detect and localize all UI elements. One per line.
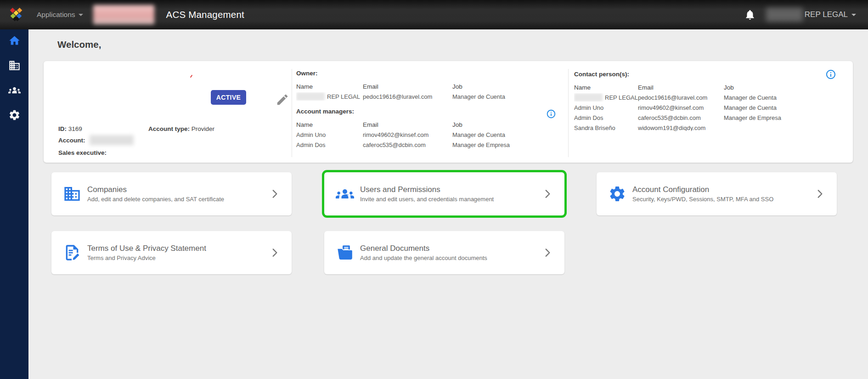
table-cell-job: Manager de Empresa bbox=[724, 114, 844, 121]
account-name-field: Account: bbox=[58, 137, 85, 144]
owner-table: Name Email Job REP LEGAL pedoc19616@lura… bbox=[296, 81, 567, 102]
nav-card-companies[interactable]: Companies Add, edit and delete companies… bbox=[51, 172, 292, 215]
nav-card-terms-privacy[interactable]: Terms of Use & Privacy Statement Terms a… bbox=[51, 231, 292, 274]
table-row: Admin Uno rimov49602@kinsef.com Manager … bbox=[296, 130, 567, 140]
sidebar-item-settings[interactable] bbox=[8, 108, 21, 121]
folder-icon bbox=[336, 243, 354, 262]
nav-card-text: Users and Permissions Invite and edit us… bbox=[360, 185, 494, 203]
column-header: Job bbox=[724, 84, 844, 91]
table-row: REP LEGAL pedoc19616@luravel.com Manager… bbox=[296, 91, 567, 102]
edit-account-button[interactable] bbox=[276, 93, 289, 107]
contact-persons-info-button[interactable] bbox=[825, 69, 836, 80]
info-icon bbox=[825, 69, 836, 80]
table-cell-job: Manager de Empresa bbox=[452, 141, 567, 148]
owner-managers-section: Owner: Name Email Job REP LEGAL pedoc196… bbox=[296, 61, 567, 150]
field-value: 3169 bbox=[68, 125, 82, 132]
account-managers-info-button[interactable] bbox=[546, 109, 556, 119]
nav-card-text: General Documents Add and update the gen… bbox=[360, 244, 487, 261]
column-header: Email bbox=[638, 84, 724, 91]
column-header: Name bbox=[296, 121, 363, 128]
redacted-logo-mark bbox=[190, 75, 193, 78]
settings-icon bbox=[8, 109, 21, 121]
field-label: Sales executive: bbox=[58, 149, 107, 156]
top-bar: Applications ACS Management REP LEGAL bbox=[0, 0, 868, 29]
app-window: Applications ACS Management REP LEGAL bbox=[0, 0, 868, 379]
nav-card-text: Account Configuration Security, Keys/PWD… bbox=[632, 185, 773, 203]
nav-card-title: General Documents bbox=[360, 244, 487, 253]
table-cell-job: Manager de Cuenta bbox=[724, 94, 844, 101]
applications-menu[interactable]: Applications bbox=[37, 11, 83, 19]
nav-card-subtitle: Invite and edit users, and credentials m… bbox=[360, 196, 494, 203]
app-logo-icon[interactable] bbox=[7, 6, 25, 23]
nav-card-title: Users and Permissions bbox=[360, 185, 494, 194]
field-label: ID: bbox=[58, 125, 67, 132]
section-divider bbox=[568, 69, 569, 157]
account-type-field: Account type: Provider bbox=[148, 125, 214, 132]
table-cell-name: REP LEGAL bbox=[296, 92, 363, 101]
table-cell-name: Admin Dos bbox=[296, 141, 363, 148]
redacted-account-value bbox=[90, 135, 134, 145]
redacted-user-name bbox=[766, 8, 803, 22]
info-icon bbox=[546, 109, 556, 119]
notifications-bell-icon[interactable] bbox=[744, 9, 756, 21]
redacted-name bbox=[574, 93, 603, 102]
table-cell-name: REP LEGAL bbox=[574, 93, 638, 102]
chevron-right-icon bbox=[269, 247, 281, 259]
redacted-name bbox=[296, 92, 325, 101]
chevron-right-icon bbox=[541, 188, 553, 200]
nav-card-account-configuration[interactable]: Account Configuration Security, Keys/PWD… bbox=[597, 172, 837, 215]
field-value: Provider bbox=[192, 125, 214, 132]
user-menu[interactable]: REP LEGAL bbox=[766, 8, 856, 22]
sidebar-item-home[interactable] bbox=[8, 34, 21, 47]
nav-card-subtitle: Add, edit and delete companies, and SAT … bbox=[87, 196, 224, 203]
nav-card-subtitle: Add and update the general account docum… bbox=[360, 255, 487, 261]
field-label: Account type: bbox=[148, 125, 190, 132]
gear-icon bbox=[608, 185, 626, 203]
account-managers-table: Name Email Job Admin Uno rimov49602@kins… bbox=[296, 119, 567, 150]
table-cell-email: rimov49602@kinsef.com bbox=[363, 131, 452, 138]
nav-card-subtitle: Terms and Privacy Advice bbox=[87, 255, 206, 261]
table-cell-email: caferoc535@dcbin.com bbox=[638, 114, 724, 121]
table-header-row: Name Email Job bbox=[574, 82, 844, 92]
sales-executive-field: Sales executive: bbox=[58, 149, 107, 156]
caret-down-icon bbox=[79, 14, 83, 16]
column-header: Job bbox=[452, 121, 567, 128]
table-cell-name: Admin Dos bbox=[574, 114, 638, 121]
section-divider bbox=[292, 69, 292, 157]
nav-card-users-permissions[interactable]: Users and Permissions Invite and edit us… bbox=[324, 172, 564, 215]
table-cell-email: rimov49602@kinsef.com bbox=[638, 104, 724, 111]
users-icon bbox=[336, 185, 354, 203]
pencil-icon bbox=[276, 93, 289, 107]
table-row: Admin Dos caferoc535@dcbin.com Manager d… bbox=[296, 140, 567, 150]
account-summary-card: ACTIVE ID: 3169 Account type: Provider A… bbox=[44, 61, 853, 163]
companies-icon bbox=[8, 59, 21, 72]
column-header: Name bbox=[296, 83, 363, 90]
nav-card-text: Terms of Use & Privacy Statement Terms a… bbox=[87, 244, 206, 261]
chevron-right-icon bbox=[814, 188, 826, 200]
nav-card-text: Companies Add, edit and delete companies… bbox=[87, 185, 224, 203]
user-menu-label: REP LEGAL bbox=[805, 10, 848, 19]
document-edit-icon bbox=[63, 243, 81, 262]
nav-card-general-documents[interactable]: General Documents Add and update the gen… bbox=[324, 231, 564, 274]
welcome-heading: Welcome, bbox=[57, 39, 101, 50]
table-row: REP LEGAL pedoc19616@luravel.com Manager… bbox=[574, 92, 844, 102]
users-icon bbox=[8, 84, 21, 96]
table-row: Admin Dos caferoc535@dcbin.com Manager d… bbox=[574, 113, 844, 123]
table-row: Sandra Briseño widowom191@diqdy.com bbox=[574, 123, 844, 131]
sidebar-item-companies[interactable] bbox=[8, 59, 21, 72]
table-cell-email: pedoc19616@luravel.com bbox=[363, 93, 452, 100]
main-content: Welcome, ACTIVE ID: 3169 Account type: P… bbox=[28, 29, 868, 379]
applications-label: Applications bbox=[37, 11, 75, 19]
column-header: Name bbox=[574, 84, 638, 91]
table-cell-email: pedoc19616@luravel.com bbox=[638, 94, 724, 101]
column-header: Email bbox=[363, 83, 452, 90]
home-icon bbox=[8, 34, 21, 47]
nav-card-title: Account Configuration bbox=[632, 185, 773, 194]
account-managers-section-title: Account managers: bbox=[296, 108, 567, 116]
nav-card-subtitle: Security, Keys/PWD, Sessions, SMTP, MFA … bbox=[632, 196, 773, 203]
contact-persons-scroll-area[interactable]: REP LEGAL pedoc19616@luravel.com Manager… bbox=[574, 92, 844, 131]
table-cell-name: Admin Uno bbox=[296, 131, 363, 138]
sidebar-item-users[interactable] bbox=[8, 84, 21, 96]
account-id-field: ID: 3169 bbox=[58, 125, 82, 132]
chevron-right-icon bbox=[269, 188, 281, 200]
